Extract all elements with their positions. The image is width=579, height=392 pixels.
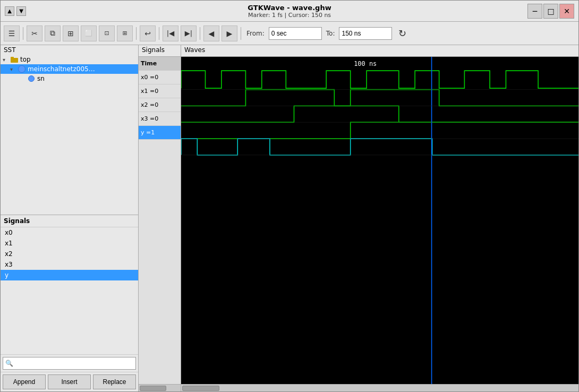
- replace-button[interactable]: Replace: [93, 374, 136, 389]
- go-prev-button[interactable]: ◀: [203, 25, 219, 41]
- tree-arrow-meinschaltnetz: ▾: [10, 66, 18, 72]
- refresh-button[interactable]: ↻: [394, 25, 410, 41]
- titlebar-up-btn[interactable]: ▲: [5, 6, 14, 16]
- sig-names-scrollbar[interactable]: [139, 384, 181, 391]
- signals-col-header: Signals: [139, 45, 181, 56]
- left-panel: SST ▾ top ▾ meinschaltnetz0057test: [1, 45, 139, 391]
- signal-item-x1[interactable]: x1: [1, 238, 138, 249]
- toolbar: ☰ ✂ ⧉ ⊞ ⬜ ⊡ ⊞ ↩ |◀ ▶| ◀ ▶ From: To: ↻: [1, 22, 578, 45]
- toolbar-separator-2: [136, 27, 137, 40]
- signal-item-x3[interactable]: x3: [1, 259, 138, 270]
- signals-footer: Append Insert Replace: [1, 372, 138, 391]
- tree-arrow-top: ▾: [3, 57, 10, 63]
- undo-button[interactable]: ↩: [140, 25, 156, 41]
- search-icon: 🔍: [5, 360, 13, 367]
- hamburger-menu-button[interactable]: ☰: [4, 25, 20, 41]
- tree-label-meinschaltnetz: meinschaltnetz0057test: [28, 65, 97, 73]
- minimize-button[interactable]: ─: [527, 4, 542, 19]
- signals-panel-header: Signals: [1, 215, 138, 227]
- window-title: GTKWave - wave.ghw: [248, 4, 331, 12]
- sst-header: SST: [1, 45, 138, 55]
- signal-names-column: Time x0 =0 x1 =0 x2 =0 x3 =0 y =1: [139, 57, 181, 384]
- folder-icon-top: [10, 55, 19, 64]
- search-input[interactable]: [3, 357, 136, 370]
- go-end-button[interactable]: ▶|: [181, 25, 197, 41]
- from-label: From:: [246, 30, 265, 37]
- component-icon-sn: [27, 74, 36, 83]
- signal-item-x2[interactable]: x2: [1, 249, 138, 259]
- tree-item-top[interactable]: ▾ top: [1, 55, 138, 64]
- waves-body: Time x0 =0 x1 =0 x2 =0 x3 =0 y =1 100 ns: [139, 57, 578, 384]
- titlebar-down-btn[interactable]: ▼: [16, 6, 26, 16]
- waves-header-row: Signals Waves: [139, 45, 578, 57]
- go-next-button[interactable]: ▶: [222, 25, 237, 41]
- paste-button[interactable]: ⊞: [63, 25, 79, 41]
- sig-name-x1: x1 =0: [139, 84, 181, 98]
- select-all-button[interactable]: ⬜: [81, 25, 97, 41]
- to-label: To:: [326, 30, 335, 37]
- toolbar-separator-5: [241, 27, 241, 40]
- titlebar: ▲ ▼ GTKWave - wave.ghw Marker: 1 fs | Cu…: [1, 1, 578, 22]
- bottom-scrollbars: [139, 384, 578, 391]
- signals-list: x0 x1 x2 x3 y: [1, 227, 138, 354]
- insert-button[interactable]: Insert: [48, 374, 91, 389]
- zoom-fit-button[interactable]: ⊡: [99, 25, 115, 41]
- signals-search-area: 🔍: [1, 354, 138, 372]
- svg-rect-1: [11, 57, 14, 59]
- waves-label-header: Waves: [181, 45, 578, 56]
- right-panel: Signals Waves Time x0 =0 x1 =0 x2 =0 x3 …: [139, 45, 578, 391]
- sig-name-time: Time: [139, 57, 181, 71]
- main-window: ▲ ▼ GTKWave - wave.ghw Marker: 1 fs | Cu…: [0, 0, 579, 392]
- to-input[interactable]: [339, 27, 392, 40]
- zoom-range-button[interactable]: ⊞: [117, 25, 133, 41]
- waveform-svg: 100 ns: [181, 57, 578, 384]
- signal-item-y[interactable]: y: [1, 270, 138, 280]
- tree-item-sn[interactable]: sn: [1, 74, 138, 83]
- wave-scrollbar-thumb[interactable]: [182, 386, 219, 391]
- append-button[interactable]: Append: [3, 374, 46, 389]
- sig-name-x3: x3 =0: [139, 112, 181, 126]
- toolbar-separator-1: [23, 27, 23, 40]
- waveform-area[interactable]: 100 ns: [181, 57, 578, 384]
- window-subtitle: Marker: 1 fs | Cursor: 150 ns: [248, 12, 331, 19]
- toolbar-separator-4: [200, 27, 200, 40]
- go-start-button[interactable]: |◀: [163, 25, 178, 41]
- sig-name-x2: x2 =0: [139, 98, 181, 112]
- svg-text:100 ns: 100 ns: [354, 59, 377, 67]
- copy-button[interactable]: ⧉: [45, 25, 61, 41]
- signals-section: Signals x0 x1 x2 x3 y 🔍 Append Insert: [1, 215, 138, 391]
- tree-label-top: top: [20, 56, 31, 63]
- signal-item-x0[interactable]: x0: [1, 227, 138, 238]
- component-icon-meinschaltnetz: [18, 65, 26, 73]
- tree-label-sn: sn: [37, 75, 45, 82]
- from-input[interactable]: [269, 27, 322, 40]
- close-button[interactable]: ✕: [559, 4, 574, 19]
- restore-button[interactable]: □: [543, 4, 558, 19]
- sig-name-x0: x0 =0: [139, 71, 181, 84]
- tree-item-meinschaltnetz[interactable]: ▾ meinschaltnetz0057test: [1, 64, 138, 74]
- wave-scrollbar[interactable]: [181, 384, 578, 391]
- main-area: SST ▾ top ▾ meinschaltnetz0057test: [1, 45, 578, 391]
- sst-tree-section: SST ▾ top ▾ meinschaltnetz0057test: [1, 45, 138, 215]
- toolbar-separator-3: [159, 27, 159, 40]
- cut-button[interactable]: ✂: [27, 25, 42, 41]
- sig-name-y: y =1: [139, 126, 181, 140]
